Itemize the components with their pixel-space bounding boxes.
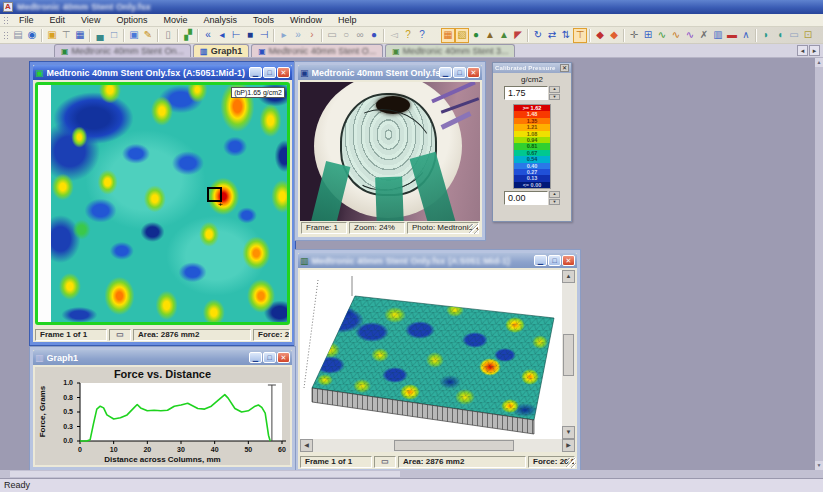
graph-close-button[interactable]: ✕ [277,352,290,363]
mdi-hscroll-thumb[interactable] [10,471,400,477]
scroll-left-arrow[interactable]: ◀ [300,439,313,452]
photo-close-button[interactable]: ✕ [467,67,480,78]
export-a-icon[interactable]: ◗ [759,28,773,43]
menu-view[interactable]: View [73,14,108,27]
legend-close-button[interactable]: ✕ [560,64,569,72]
mdi-scroll-up-arrow[interactable]: ▲ [815,58,823,67]
scroll-right-arrow[interactable]: ▶ [562,439,575,452]
menubar-grip[interactable] [3,16,8,25]
3d-vertical-scrollbar[interactable]: ▲ ▼ [562,270,575,439]
terrain-a-icon[interactable]: ▲ [483,28,497,43]
open-file-icon[interactable]: ▣ [45,28,59,43]
heatmap-titlebar[interactable]: ▣ Medtronic 40mm Stent Only.fsx (A:5051:… [33,65,292,80]
legend-max-input[interactable]: 1.75 [504,86,548,100]
heatmap-selection-marker[interactable] [207,187,222,202]
legend-max-down-button[interactable]: ▼ [549,94,560,101]
jump-icon[interactable]: › [305,28,319,43]
photo-titlebar[interactable]: ▣ Medtronic 40mm Stent Only.fsx - ... ▁ … [298,65,482,80]
record-icon[interactable]: ● [367,28,381,43]
3d-resize-grip[interactable] [566,458,576,468]
graph-titlebar[interactable]: ▥ Graph1 ▁ □ ✕ [33,350,292,365]
mdi-horizontal-scrollbar[interactable] [0,470,823,478]
legend-min-input[interactable]: 0.00 [504,191,548,205]
sensor-map-icon[interactable]: ⊤ [573,28,587,43]
menu-movie[interactable]: Movie [155,14,195,27]
hscroll-thumb[interactable] [394,440,514,451]
mdi-vertical-scrollbar[interactable]: ▲ ▼ [815,58,823,470]
app-titlebar[interactable]: A Medtronic 40mm Stent Only.fsx [0,0,823,14]
last-frame-icon[interactable]: ⊣ [257,28,271,43]
nav-left-icon[interactable]: ◆ [593,28,607,43]
help-icon[interactable]: ? [401,28,415,43]
window-graph[interactable]: ▥ Graph1 ▁ □ ✕ Force vs. Distance Force,… [30,347,295,470]
calibrate-icon[interactable]: ✛ [627,28,641,43]
graph-minimize-button[interactable]: ▁ [249,352,262,363]
tab-document-4[interactable]: ▣Medtronic 40mm Stent 3... [385,44,515,57]
copy-icon[interactable]: ▣ [127,28,141,43]
export-b-icon[interactable]: ◖ [773,28,787,43]
tab-scroll-right-button[interactable]: ▸ [809,45,820,56]
3d-surface-view[interactable] [300,270,562,439]
menu-window[interactable]: Window [282,14,330,27]
heatmap-minimize-button[interactable]: ▁ [249,67,262,78]
context-help-icon[interactable]: ? [415,28,429,43]
photo-maximize-button[interactable]: □ [453,67,466,78]
chart-icon[interactable]: ▥ [711,28,725,43]
play-icon[interactable]: ▸ [277,28,291,43]
pointer-icon[interactable]: ◅ [387,28,401,43]
stop-icon[interactable]: ■ [243,28,257,43]
view-3d-icon[interactable]: ▧ [455,28,469,43]
vscroll-thumb[interactable] [563,334,574,376]
menu-options[interactable]: Options [108,14,155,27]
tools-icon[interactable]: ✗ [697,28,711,43]
contours-icon[interactable]: ● [469,28,483,43]
fast-forward-icon[interactable]: » [291,28,305,43]
snapshot-icon[interactable]: ⊡ [801,28,815,43]
movie-icon[interactable]: ▞ [181,28,195,43]
window-photo[interactable]: ▣ Medtronic 40mm Stent Only.fsx - ... ▁ … [295,62,485,240]
refresh-icon[interactable]: ↻ [531,28,545,43]
user-icon[interactable]: ◉ [25,28,39,43]
legend-min-up-button[interactable]: ▲ [549,191,560,198]
3d-titlebar[interactable]: ▥ Medtronic 40mm Stent Only.fsx (A:5051:… [298,253,577,268]
heatmap-pressure-map[interactable] [51,85,287,322]
heatmap-close-button[interactable]: ✕ [277,67,290,78]
photo-resize-grip[interactable] [469,224,479,234]
3d-horizontal-scrollbar[interactable]: ◀ ▶ [300,439,575,452]
3d-close-button[interactable]: ✕ [562,255,575,266]
photo-image[interactable] [300,82,480,221]
3d-minimize-button[interactable]: ▁ [534,255,547,266]
first-frame-icon[interactable]: ⊢ [229,28,243,43]
swap-axes-icon[interactable]: ⇄ [545,28,559,43]
step-back-icon[interactable]: ◂ [215,28,229,43]
heatmap-canvas[interactable]: (bP)1.65 g/cm2 [35,82,290,325]
toolbar-grip[interactable] [3,31,8,40]
menu-edit[interactable]: Edit [42,14,74,27]
device-icon[interactable]: ▯ [161,28,175,43]
save-icon[interactable]: ▦ [73,28,87,43]
sort-icon[interactable]: ⇅ [559,28,573,43]
rewind-icon[interactable]: « [201,28,215,43]
graph-area-icon[interactable]: ∿ [683,28,697,43]
tab-document-3[interactable]: ▣Medtronic 40mm Stent O... [251,44,383,57]
flag-icon[interactable]: ◤ [511,28,525,43]
nav-right-icon[interactable]: ◆ [607,28,621,43]
menu-analysis[interactable]: Analysis [195,14,245,27]
tab-graph1[interactable]: ▥Graph1 [193,44,249,57]
mdi-scroll-down-arrow[interactable]: ▼ [815,461,823,470]
camera-icon[interactable]: ▭ [325,28,339,43]
note-icon[interactable]: ▭ [787,28,801,43]
find-icon[interactable]: ○ [339,28,353,43]
log-book-icon[interactable]: ▬ [725,28,739,43]
menu-file[interactable]: File [11,14,42,27]
window-heatmap[interactable]: ▣ Medtronic 40mm Stent Only.fsx (A:5051:… [30,62,295,345]
tab-document-1[interactable]: ▣Medtronic 40mm Stent On... [54,44,191,57]
graph-maximize-button[interactable]: □ [263,352,276,363]
peak-icon[interactable]: ∧ [739,28,753,43]
window-3d[interactable]: ▥ Medtronic 40mm Stent Only.fsx (A:5051:… [295,250,580,472]
grid-table-icon[interactable]: ⊞ [641,28,655,43]
edit-notes-icon[interactable]: ✎ [141,28,155,43]
new-file-icon[interactable]: ▤ [11,28,25,43]
print-preview-icon[interactable]: □ [107,28,121,43]
window-pressure-legend[interactable]: Calibrated Pressure ✕ g/cm2 1.75 ▲ ▼ >= … [492,62,572,222]
